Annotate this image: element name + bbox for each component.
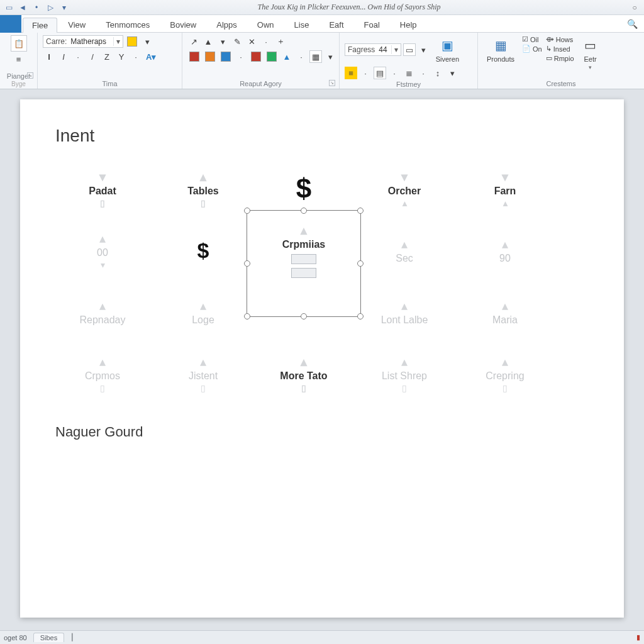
cell-padat[interactable]: ▾Padat▯ (55, 161, 150, 216)
sw-orange[interactable] (203, 50, 217, 63)
sw-red[interactable] (187, 50, 201, 63)
handle-icon[interactable] (357, 313, 364, 319)
sw-green[interactable] (265, 50, 279, 63)
slash-button[interactable]: / (86, 50, 99, 63)
hows-icon[interactable]: ⟴ (546, 35, 554, 43)
shape-icon: ▾ (99, 169, 106, 184)
eetr-button[interactable]: ▭ Eetr ▾ (578, 35, 603, 72)
launcher2-icon[interactable]: ↘ (329, 80, 335, 86)
cell-loge[interactable]: ▴Loge (156, 284, 250, 340)
tab-alpps[interactable]: Alpps (207, 17, 247, 32)
handle-icon[interactable] (301, 313, 307, 319)
tab-boview[interactable]: Boview (160, 17, 206, 32)
qat-redo-icon[interactable]: ▷ (45, 3, 55, 13)
cell-lont-lalbe[interactable]: ▴Lont Lalbe (357, 284, 452, 340)
cell-farn[interactable]: ▾Farn▴ (458, 161, 552, 216)
cell-orcher[interactable]: ▾Orcher▴ (357, 161, 452, 216)
handle-icon[interactable] (244, 260, 250, 267)
paste-icon[interactable]: 📋 (11, 35, 27, 52)
italic-button[interactable]: I (57, 50, 70, 63)
file-tab[interactable] (0, 15, 21, 33)
align-left-icon[interactable]: ≡ (345, 67, 357, 79)
window-help-icon[interactable]: ○ (629, 3, 640, 12)
cell-repnaday[interactable]: ▴Repnaday (55, 284, 150, 340)
z-button[interactable]: Z (101, 50, 113, 63)
grid-icon[interactable]: ▦ (309, 50, 322, 63)
tab-eaft[interactable]: Eaft (319, 17, 353, 32)
tab-view[interactable]: View (58, 17, 95, 32)
cell-crpmos[interactable]: ▴Crpmos▯ (55, 346, 150, 401)
pencil-icon[interactable]: ✎ (231, 35, 243, 48)
cell-dollar-small[interactable]: $ (156, 223, 250, 278)
on-label: On (533, 45, 542, 53)
insed-icon[interactable]: ↳ (546, 45, 552, 53)
help-search-icon[interactable]: 🔍 (627, 19, 638, 29)
plus-icon[interactable]: ＋ (274, 35, 287, 48)
handle-icon[interactable] (357, 208, 364, 214)
cell-90[interactable]: ▴90 (458, 223, 552, 278)
tri-up-icon[interactable]: ▲ (202, 35, 214, 48)
rmpio-icon[interactable]: ▭ (546, 54, 552, 62)
fagress-dd-icon[interactable]: ▾ (391, 45, 401, 54)
eetr-dd-icon[interactable]: ▾ (589, 64, 592, 70)
handle-icon[interactable] (244, 208, 250, 214)
strike-icon[interactable]: ✕ (245, 35, 258, 48)
cut-icon[interactable]: ≡ (13, 53, 25, 65)
align-center-icon[interactable]: ▤ (374, 67, 386, 79)
grid-dd-icon[interactable]: ▾ (324, 50, 336, 63)
arrow-up-icon[interactable]: ↗ (187, 35, 200, 48)
status-zoom-icon[interactable]: ▮ (636, 633, 640, 641)
shape-icon: ▯ (201, 383, 206, 393)
siveren-button[interactable]: ▣ Siveren (432, 35, 463, 64)
pronduts-button[interactable]: ▦ Pronduts (483, 35, 518, 64)
font-dd-icon[interactable]: ▾ (141, 35, 153, 48)
handle-icon[interactable] (301, 208, 307, 214)
cell-sec[interactable]: ▴Sec (357, 223, 452, 278)
qat-undo-icon[interactable]: ◄ (18, 3, 28, 13)
tab-lise[interactable]: Lise (285, 17, 319, 32)
fagress-combo[interactable]: Fagress 44 ▾ (345, 43, 401, 56)
font-color-button[interactable]: A▾ (144, 50, 158, 63)
cell-list-shrep[interactable]: ▴List Shrep▯ (357, 346, 452, 401)
sw-red2[interactable] (249, 50, 263, 63)
sep1: · (72, 50, 84, 63)
border-dd-icon[interactable]: ▾ (418, 43, 430, 56)
align-just-icon[interactable]: ≣ (402, 67, 415, 79)
selection-frame[interactable] (247, 210, 361, 317)
border-icon[interactable]: ▭ (403, 43, 416, 56)
tab-own[interactable]: Own (248, 17, 284, 32)
cell-maria[interactable]: ▴Maria (458, 284, 552, 340)
cell-crepring[interactable]: ▴Crepring▯ (458, 346, 552, 401)
font-selector[interactable]: Carre: Matheraps ▾ (43, 35, 123, 48)
chevron-down-icon[interactable]: ▾ (113, 37, 123, 46)
bold-button[interactable]: I (43, 50, 55, 63)
line-sp-icon[interactable]: ↕ (431, 67, 444, 79)
line-sp-dd-icon[interactable]: ▾ (446, 67, 458, 79)
highlight-icon[interactable] (125, 35, 139, 48)
cell-crpmiias-selected[interactable]: ▴ Crpmiias (257, 223, 351, 278)
dot-icon[interactable]: · (260, 35, 272, 48)
cell-00[interactable]: ▴00▾ (55, 223, 150, 278)
oil-icon[interactable]: ☑ (522, 35, 528, 43)
launcher-icon[interactable]: ↘ (27, 72, 33, 79)
handle-icon[interactable] (357, 260, 364, 267)
cell-tables[interactable]: ▴Tables▯ (156, 161, 250, 216)
cell-jistent[interactable]: ▴Jistent▯ (156, 346, 250, 401)
status-sheet-tab[interactable]: Sibes (33, 633, 65, 642)
tab-help[interactable]: Help (391, 17, 426, 32)
shape-grid: ▾Padat▯ ▴Tables▯ $ ▾Orcher▴ ▾Farn▴ ▴00▾ … (55, 161, 589, 401)
qat-more-icon[interactable]: ▾ (59, 3, 69, 13)
on-icon[interactable]: 📄 (522, 45, 531, 53)
tab-foal[interactable]: Foal (355, 17, 389, 32)
qat-dot-icon[interactable]: • (31, 3, 42, 13)
qat-save-icon[interactable]: ▭ (4, 3, 14, 13)
handle-icon[interactable] (244, 313, 250, 319)
tri-dd-icon[interactable]: ▾ (216, 35, 229, 48)
sw-blue[interactable] (219, 50, 233, 63)
tab-tenmomces[interactable]: Tenmomces (96, 17, 159, 32)
y-button[interactable]: Y (115, 50, 128, 63)
document-stage[interactable]: Inent ▾Padat▯ ▴Tables▯ $ ▾Orcher▴ ▾Farn▴… (0, 89, 644, 630)
tri-a-icon[interactable]: ▲ (280, 50, 293, 63)
tab-flee[interactable]: Flee (23, 18, 57, 33)
cell-more-tato[interactable]: ▴More Tato▯ (257, 346, 351, 401)
